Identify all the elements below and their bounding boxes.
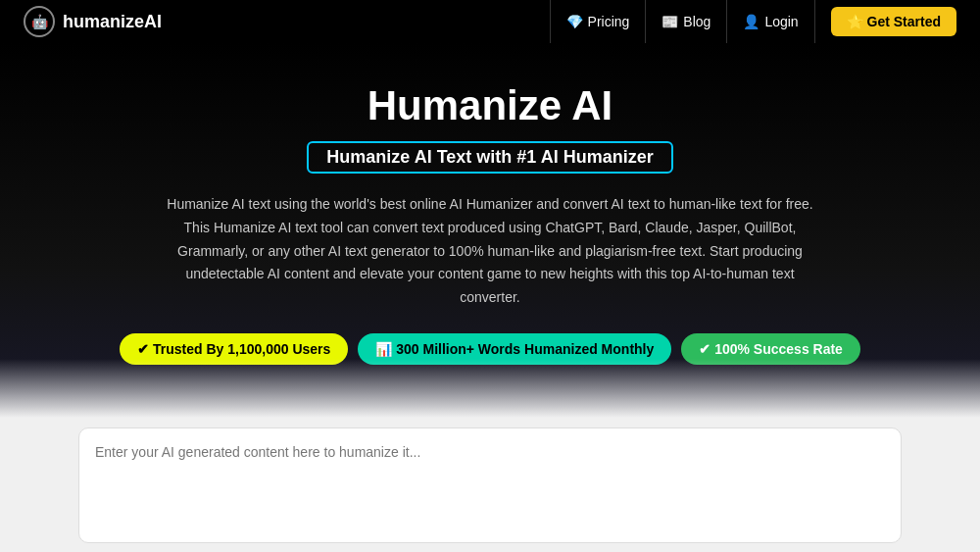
nav-pricing-label: Pricing	[588, 14, 630, 29]
logo[interactable]: 🤖 humanizeAI	[24, 6, 162, 37]
hero-description: Humanize AI text using the world's best …	[157, 193, 823, 310]
words-badge-label: 📊 300 Million+ Words Humanized Monthly	[375, 341, 654, 357]
blog-icon: 📰	[662, 14, 678, 29]
nav-login-label: Login	[764, 14, 798, 29]
user-icon: 👤	[743, 14, 760, 29]
textarea-box	[78, 427, 902, 543]
badge-success: ✔ 100% Success Rate	[681, 333, 860, 365]
navbar: 🤖 humanizeAI 💎 Pricing 📰 Blog 👤 Login ⭐ …	[0, 0, 980, 43]
nav-link-pricing[interactable]: 💎 Pricing	[550, 0, 647, 43]
get-started-button[interactable]: ⭐ Get Started	[831, 7, 956, 36]
nav-blog-label: Blog	[683, 14, 710, 29]
badge-words: 📊 300 Million+ Words Humanized Monthly	[358, 333, 671, 365]
logo-text: humanizeAI	[63, 12, 162, 32]
gem-icon: 💎	[566, 14, 583, 29]
hero-section: Humanize AI Humanize AI Text with #1 AI …	[0, 43, 980, 418]
trusted-badge-label: ✔ Trusted By 1,100,000 Users	[137, 341, 330, 357]
nav-link-login[interactable]: 👤 Login	[727, 0, 814, 43]
hero-subtitle: Humanize AI Text with #1 AI Humanizer	[307, 141, 672, 174]
textarea-section	[0, 418, 980, 552]
nav-link-blog[interactable]: 📰 Blog	[646, 0, 727, 43]
logo-icon: 🤖	[24, 6, 55, 37]
hero-title: Humanize AI	[20, 82, 960, 129]
badges-row: ✔ Trusted By 1,100,000 Users 📊 300 Milli…	[20, 333, 960, 365]
nav-links: 💎 Pricing 📰 Blog 👤 Login ⭐ Get Started	[550, 0, 956, 43]
badge-trusted: ✔ Trusted By 1,100,000 Users	[120, 333, 348, 365]
logo-icon-glyph: 🤖	[31, 14, 48, 29]
ai-content-textarea[interactable]	[95, 444, 885, 523]
success-badge-label: ✔ 100% Success Rate	[699, 341, 843, 357]
